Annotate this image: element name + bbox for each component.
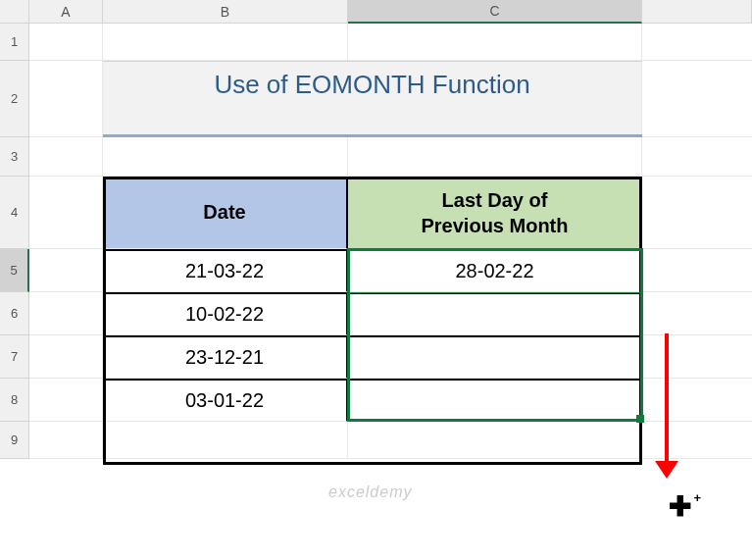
cell-c5[interactable]: 28-02-22 [348, 249, 642, 292]
col-header-a[interactable]: A [29, 0, 103, 24]
cell-blank-5[interactable] [642, 249, 752, 292]
row-header-7[interactable]: 7 [0, 335, 29, 379]
cell-blank-2[interactable] [642, 61, 752, 137]
cell-blank-6[interactable] [642, 292, 752, 335]
fill-cursor-plus-icon: + [693, 491, 701, 504]
cell-a6[interactable] [29, 292, 103, 335]
select-all-corner[interactable] [0, 0, 29, 24]
title-text: Use of EOMONTH Function [214, 62, 529, 100]
cell-blank-4[interactable] [642, 177, 752, 249]
cell-a2[interactable] [29, 61, 103, 137]
cell-c3[interactable] [348, 137, 642, 177]
row-header-4[interactable]: 4 [0, 177, 29, 249]
col-header-blank [642, 0, 752, 24]
cell-b3[interactable] [103, 137, 348, 177]
cell-b7[interactable]: 23-12-21 [103, 335, 348, 379]
cell-c6[interactable] [348, 292, 642, 335]
cell-b6[interactable]: 10-02-22 [103, 292, 348, 335]
cell-a1[interactable] [29, 24, 103, 61]
row-header-9[interactable]: 9 [0, 422, 29, 459]
row-header-3[interactable]: 3 [0, 137, 29, 177]
cell-b5[interactable]: 21-03-22 [103, 249, 348, 292]
arrow-line [665, 333, 669, 461]
header-lastday-line1: Last Day of [421, 187, 568, 213]
cell-b8[interactable]: 03-01-22 [103, 379, 348, 422]
cell-a7[interactable] [29, 335, 103, 379]
cell-c1[interactable] [348, 24, 642, 61]
spreadsheet-grid: A B C 1 2 Use of EOMONTH Function 3 4 Da… [0, 0, 752, 459]
cell-a5[interactable] [29, 249, 103, 292]
cell-b1[interactable] [103, 24, 348, 61]
cell-a9[interactable] [29, 422, 103, 459]
header-date[interactable]: Date [103, 177, 348, 249]
header-lastday-line2: Previous Month [421, 213, 568, 238]
col-header-c[interactable]: C [348, 0, 642, 24]
cell-a3[interactable] [29, 137, 103, 177]
row-header-6[interactable]: 6 [0, 292, 29, 335]
arrow-head-icon [655, 461, 678, 479]
row-header-5[interactable]: 5 [0, 249, 29, 292]
cell-c8[interactable] [348, 379, 642, 422]
arrow-annotation [655, 333, 678, 479]
cell-b9[interactable] [103, 422, 348, 459]
cell-a4[interactable] [29, 177, 103, 249]
title-cell[interactable]: Use of EOMONTH Function [103, 61, 642, 137]
cell-a8[interactable] [29, 379, 103, 422]
fill-cursor-icon: ✚+ [669, 493, 691, 521]
cell-c7[interactable] [348, 335, 642, 379]
cell-blank-1[interactable] [642, 24, 752, 61]
col-header-b[interactable]: B [103, 0, 348, 24]
watermark: exceldemy [328, 484, 412, 501]
header-lastday[interactable]: Last Day of Previous Month [348, 177, 642, 249]
cell-c9[interactable] [348, 422, 642, 459]
row-header-8[interactable]: 8 [0, 379, 29, 422]
cell-blank-3[interactable] [642, 137, 752, 177]
row-header-2[interactable]: 2 [0, 61, 29, 137]
row-header-1[interactable]: 1 [0, 24, 29, 61]
